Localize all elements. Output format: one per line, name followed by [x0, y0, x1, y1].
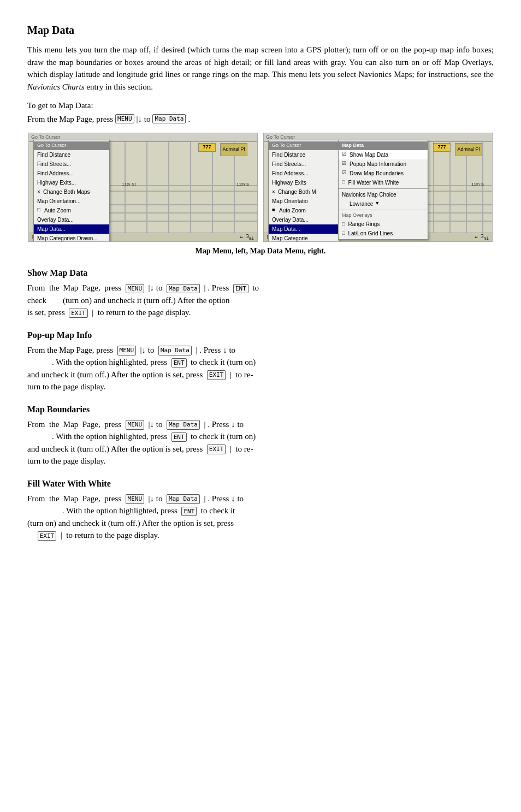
submenu-sep2	[339, 210, 428, 210]
map-boundaries-section: Map Boundaries From the Map Page, press …	[27, 403, 494, 467]
rmenu-overlay-data: Overlay Data...	[269, 215, 339, 224]
mb-mapdata-key: Map Data	[167, 420, 200, 429]
submenu-header: Map Data	[339, 141, 428, 150]
menu-find-distance-left: Find Distance	[34, 150, 109, 159]
rmenu-highway-exits: Highway Exits	[269, 178, 339, 187]
mb-exit-key: EXIT	[207, 444, 226, 454]
scale-right: 3mi	[481, 233, 489, 241]
rmenu-find-address: Find Address...	[269, 169, 339, 178]
smd-menu-key: MENU	[126, 284, 145, 293]
fill-water-heading: Fill Water With White	[27, 477, 494, 490]
from-map-page-line: From the Map Page, press MENU |↓ to Map …	[27, 113, 494, 126]
show-map-data-heading: Show Map Data	[27, 266, 494, 280]
menu-map-data-left: Map Data...	[34, 224, 109, 234]
rstreet-label: 11th S	[471, 181, 484, 188]
zoom-indicator-right: 777	[433, 143, 451, 152]
rmenu-auto-zoom: Auto Zoom	[269, 206, 339, 215]
rmenu-find-distance: Find Distance	[269, 150, 339, 159]
mb-menu-key: MENU	[126, 420, 145, 429]
menu-map-orientation-left: Map Orientation...	[34, 197, 109, 206]
menu-find-address-left: Find Address...	[34, 169, 109, 178]
arrow-sym-right: ↔	[475, 234, 477, 241]
submenu-map-overlays-header: Map Overlays	[339, 211, 428, 220]
submenu-popup-map-info: ☑Popup Map Information	[339, 159, 428, 169]
admiral-pi-left: Admiral Pl	[220, 143, 247, 156]
left-menu-panel: Go To Cursor Find Distance Find Streets.…	[33, 140, 110, 242]
intro-paragraph: This menu lets you turn the map off, if …	[27, 44, 494, 93]
show-map-data-label: Show Map Data	[350, 151, 388, 159]
fw-menu-key: MENU	[126, 494, 145, 503]
street-h3	[108, 204, 257, 205]
rmenu-find-streets: Find Streets...	[269, 159, 339, 169]
pmi-enter-key: ENT	[171, 358, 187, 368]
smd-enter-key: ENT	[233, 284, 248, 293]
navionics-italic: Navionics Charts	[27, 82, 85, 91]
show-map-data-text: From the Map Page, press MENU |↓ to Map …	[27, 282, 494, 319]
street-h5	[108, 221, 257, 222]
map-data-key: Map Data	[152, 114, 186, 123]
street-h2	[108, 191, 257, 192]
rstreet-v2	[449, 142, 451, 233]
intro-text: This menu lets you turn the map off, if …	[27, 45, 494, 79]
right-menu-header: Go To Cursor	[269, 141, 339, 150]
screenshots-container: Go To Cursor 11th-St 11th S Go To Cursor…	[27, 133, 494, 242]
arrow-down-sym: |↓ to	[137, 113, 151, 126]
lat-lon-label: Lat/Lon Grid Lines	[348, 229, 393, 238]
caption: Map Menu, left, Map Data Menu, right.	[27, 245, 494, 257]
draw-map-boundaries-label: Draw Map Boundaries	[350, 169, 404, 177]
to-get-line: To get to Map Data:	[27, 99, 494, 112]
street-v2	[146, 142, 147, 233]
smd-exit-key: EXIT	[69, 309, 88, 318]
rmenu-change-both: Change Both M	[269, 187, 339, 197]
smd-mapdata-key: Map Data	[167, 284, 200, 293]
fill-water-label: Fill Water With White	[348, 179, 399, 187]
dot-sym: .	[188, 113, 190, 126]
popup-map-info-heading: Pop-up Map Info	[27, 329, 494, 342]
street-label-11th-r: 11th S	[236, 181, 249, 188]
menu-auto-zoom-left: Auto Zoom	[34, 206, 109, 215]
submenu-range-rings: □Range Rings	[339, 220, 428, 229]
fw-mapdata-key: Map Data	[167, 494, 200, 503]
menu-highway-exits-left: Highway Exits...	[34, 178, 109, 187]
scale-left: 3mi	[246, 233, 254, 241]
pmi-exit-key: EXIT	[207, 370, 226, 380]
street-h4	[108, 212, 257, 214]
arrow-sym-left: ↔	[240, 234, 242, 241]
street-label-11th: 11th-St	[122, 181, 136, 188]
popup-map-info-text: From the Map Page, press MENU |↓ to Map …	[27, 344, 494, 393]
rstreet-v1	[433, 142, 434, 233]
rmenu-map-categories: Map Categorie	[269, 234, 339, 242]
street-v3	[168, 142, 169, 233]
menu-map-categories-left: Map Categories Drawn...	[34, 234, 109, 242]
rmenu-map-data: Map Data...	[269, 224, 339, 234]
menu-overlay-data-left: Overlay Data...	[34, 215, 109, 224]
submenu-fill-water: □Fill Water With White	[339, 178, 428, 187]
map-boundaries-text: From the Map Page, press MENU |↓ to Map …	[27, 418, 494, 467]
left-menu-header: Go To Cursor	[34, 141, 109, 150]
fw-exit-key: EXIT	[38, 531, 57, 541]
rstreet-h3	[422, 204, 492, 205]
submenu-draw-map-boundaries: ☑Draw Map Boundaries	[339, 169, 428, 178]
zoom-indicator-left: 777	[198, 143, 216, 152]
rstreet-h5	[422, 221, 492, 222]
pmi-mapdata-key: Map Data	[158, 346, 192, 355]
right-screenshot: Go To Cursor 11th S Go To Cursor Find Di…	[263, 133, 493, 242]
intro-end-text: entry in this section.	[86, 82, 153, 91]
right-menu-panel: Go To Cursor Find Distance Find Streets.…	[268, 140, 339, 242]
popup-map-info-label: Popup Map Information	[350, 160, 406, 168]
page-title: Map Data	[27, 22, 494, 38]
popup-map-info-section: Pop-up Map Info From the Map Page, press…	[27, 329, 494, 393]
fw-enter-key: ENT	[181, 507, 197, 516]
map-data-submenu: Map Data ☑Show Map Data ☑Popup Map Infor…	[338, 140, 428, 240]
fill-water-text: From the Map Page, press MENU |↓ to Map …	[27, 493, 494, 542]
mb-enter-key: ENT	[171, 432, 187, 442]
street-v5	[212, 142, 213, 233]
left-screenshot: Go To Cursor 11th-St 11th S Go To Cursor…	[28, 133, 258, 242]
rstreet-h4	[422, 212, 492, 214]
show-map-data-section: Show Map Data From the Map Page, press M…	[27, 266, 494, 319]
street-v4	[190, 142, 191, 233]
range-rings-label: Range Rings	[348, 220, 380, 228]
submenu-lowrance: Lowrance ▼	[339, 199, 428, 209]
rmenu-map-orientation: Map Orientatio	[269, 197, 339, 206]
submenu-lat-lon: □Lat/Lon Grid Lines	[339, 229, 428, 238]
